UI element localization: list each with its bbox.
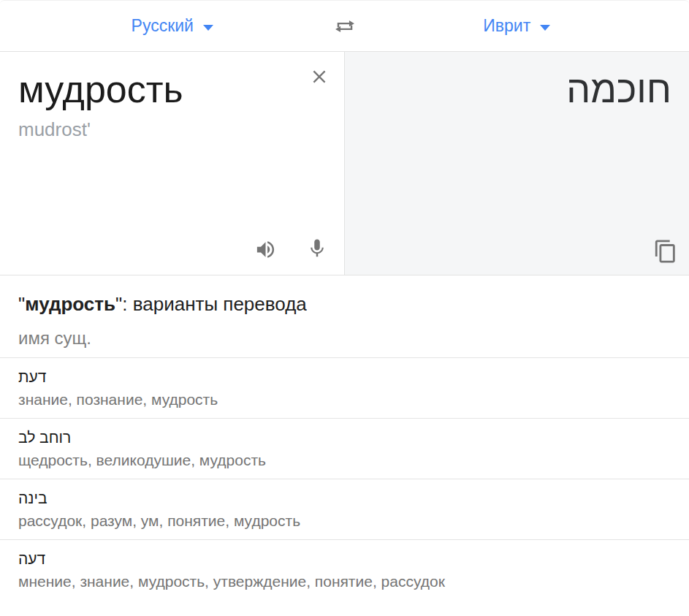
microphone-icon: [306, 236, 328, 261]
variants-header: "мудрость": варианты перевода имя сущ.: [0, 275, 689, 358]
variant-term[interactable]: דעת: [18, 368, 671, 386]
google-translate-widget: Русский Иврит мудрость mudrost': [0, 0, 689, 616]
speaker-icon: [254, 238, 277, 261]
variant-translations: рассудок, разум, ум, понятие, мудрость: [18, 512, 671, 530]
source-text-input[interactable]: мудрость: [18, 67, 300, 112]
source-language-half: Русский: [0, 13, 345, 39]
target-language-half: Иврит: [345, 13, 689, 39]
copy-icon: [653, 239, 678, 264]
variant-translations: мнение, знание, мудрость, утверждение, п…: [18, 573, 671, 590]
transliteration-label: mudrost': [18, 118, 300, 141]
chevron-down-icon: [540, 25, 550, 31]
variant-term[interactable]: דעה: [18, 550, 671, 568]
swap-languages-button[interactable]: [332, 15, 357, 37]
variant-row[interactable]: דעה мнение, знание, мудрость, утверждени…: [0, 540, 689, 600]
source-panel: мудрость mudrost': [0, 52, 344, 275]
target-language-button[interactable]: Иврит: [479, 13, 555, 39]
swap-arrows-icon: [333, 17, 356, 36]
variants-title-rest: ": варианты перевода: [115, 293, 307, 315]
part-of-speech-label: имя сущ.: [18, 328, 671, 349]
variant-translations: знание, познание, мудрость: [18, 391, 671, 408]
variant-translations: щедрость, великодушие, мудрость: [18, 452, 671, 469]
target-panel: חוכמה: [344, 52, 689, 275]
microphone-button[interactable]: [306, 236, 328, 261]
variant-row[interactable]: בינה рассудок, разум, ум, понятие, мудро…: [0, 479, 689, 540]
target-language-label: Иврит: [483, 16, 530, 36]
variants-title-term: мудрость: [25, 293, 115, 315]
variant-term[interactable]: בינה: [18, 490, 671, 507]
source-language-button[interactable]: Русский: [127, 13, 218, 39]
variant-term[interactable]: רוחב לב: [18, 429, 671, 446]
translation-text[interactable]: חוכמה: [345, 67, 671, 112]
source-language-label: Русский: [132, 16, 194, 36]
variant-row[interactable]: דעת знание, познание, мудрость: [0, 358, 689, 419]
variant-row[interactable]: רוחב לב щедрость, великодушие, мудрость: [0, 419, 689, 479]
variants-title-open-quote: ": [18, 293, 25, 315]
chevron-down-icon: [203, 25, 213, 31]
listen-button[interactable]: [254, 238, 277, 261]
translation-panels: мудрость mudrost': [0, 52, 689, 275]
close-icon: [309, 66, 330, 87]
clear-source-button[interactable]: [309, 66, 330, 87]
copy-translation-button[interactable]: [653, 239, 678, 264]
language-bar: Русский Иврит: [0, 0, 689, 52]
variants-title: "мудрость": варианты перевода: [18, 293, 671, 316]
translation-variants-section: "мудрость": варианты перевода имя сущ. ד…: [0, 275, 689, 600]
source-audio-controls: [254, 236, 328, 261]
